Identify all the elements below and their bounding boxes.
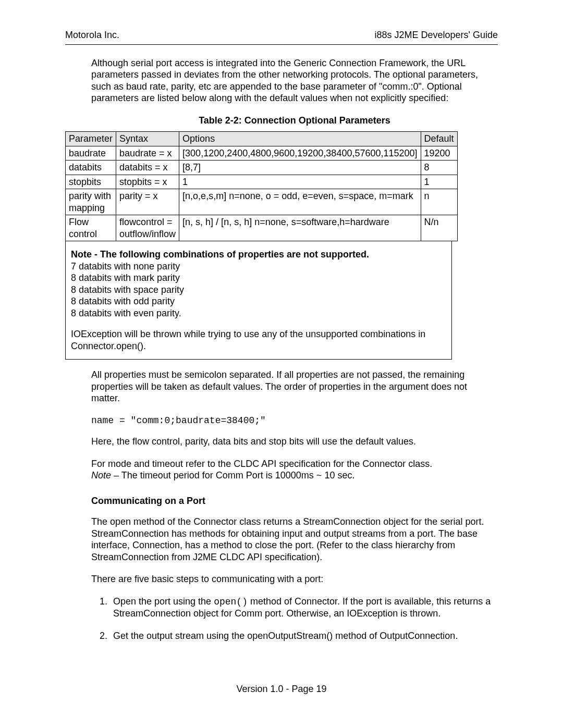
cell-default: N/n: [421, 215, 457, 241]
note-italic: Note: [91, 470, 111, 480]
table-row: stopbits stopbits = x 1 1: [66, 175, 458, 189]
parameters-table: Parameter Syntax Options Default baudrat…: [65, 131, 458, 241]
col-options: Options: [179, 132, 421, 146]
col-syntax: Syntax: [116, 132, 179, 146]
page-header: Motorola Inc. i88s J2ME Developers' Guid…: [65, 29, 498, 41]
cell-default: n: [421, 189, 457, 215]
step-1: Open the port using the open() method of…: [110, 596, 498, 620]
table-row: Flow control flowcontrol = outflow/inflo…: [66, 215, 458, 241]
header-right: i88s J2ME Developers' Guide: [374, 29, 498, 41]
note-line: 8 databits with space parity: [71, 284, 446, 296]
table-row: parity with mapping parity = x [n,o,e,s,…: [66, 189, 458, 215]
header-rule: [65, 44, 498, 45]
step-1-text-a: Open the port using the: [113, 596, 214, 607]
page-footer: Version 1.0 - Page 19: [65, 683, 498, 695]
five-steps-intro: There are five basic steps to communicat…: [91, 573, 498, 585]
section-heading-communicating: Communicating on a Port: [91, 495, 498, 507]
communicating-description: The open method of the Connector class r…: [91, 516, 498, 563]
step-1-code: open(): [214, 597, 248, 607]
cell-default: 19200: [421, 146, 457, 161]
intro-paragraph: Although serial port access is integrate…: [91, 57, 498, 104]
steps-list: Open the port using the open() method of…: [110, 596, 498, 642]
cell-syntax: flowcontrol = outflow/inflow: [116, 215, 179, 241]
header-left: Motorola Inc.: [65, 29, 119, 41]
mode-timeout-paragraph: For mode and timeout refer to the CLDC A…: [91, 458, 498, 482]
note-line: 8 databits with even parity.: [71, 307, 446, 319]
table-row: baudrate baudrate = x [300,1200,2400,480…: [66, 146, 458, 161]
document-page: Motorola Inc. i88s J2ME Developers' Guid…: [0, 0, 563, 728]
note-box: Note - The following combinations of pro…: [65, 241, 452, 360]
cell-param: databits: [66, 161, 116, 175]
cell-param: baudrate: [66, 146, 116, 161]
mode-line: For mode and timeout refer to the CLDC A…: [91, 459, 432, 469]
table-caption: Table 2-2: Connection Optional Parameter…: [91, 115, 498, 127]
cell-options: [n,o,e,s,m] n=none, o = odd, e=even, s=s…: [179, 189, 421, 215]
cell-param: parity with mapping: [66, 189, 116, 215]
note-rest: – The timeout period for Comm Port is 10…: [111, 470, 354, 480]
cell-syntax: baudrate = x: [116, 146, 179, 161]
cell-options: [300,1200,2400,4800,9600,19200,38400,576…: [179, 146, 421, 161]
cell-syntax: parity = x: [116, 189, 179, 215]
cell-default: 8: [421, 161, 457, 175]
code-example: name = "comm:0;baudrate=38400;": [91, 415, 498, 427]
cell-syntax: stopbits = x: [116, 175, 179, 189]
note-line: 8 databits with odd parity: [71, 295, 446, 307]
cell-param: Flow control: [66, 215, 116, 241]
cell-options: 1: [179, 175, 421, 189]
after-table-paragraph: All properties must be semicolon separat…: [91, 369, 498, 404]
cell-default: 1: [421, 175, 457, 189]
note-line: 7 databits with none parity: [71, 261, 446, 273]
step-2: Get the output stream using the openOutp…: [110, 630, 498, 642]
after-code-paragraph: Here, the flow control, parity, data bit…: [91, 436, 498, 448]
note-line: 8 databits with mark parity: [71, 272, 446, 284]
note-title: Note - The following combinations of pro…: [71, 249, 369, 260]
table-row: databits databits = x [8,7] 8: [66, 161, 458, 175]
note-exception: IOException will be thrown while trying …: [71, 328, 446, 352]
cell-options: [n, s, h] / [n, s, h] n=none, s=software…: [179, 215, 421, 241]
cell-param: stopbits: [66, 175, 116, 189]
cell-syntax: databits = x: [116, 161, 179, 175]
table-header-row: Parameter Syntax Options Default: [66, 132, 458, 146]
col-parameter: Parameter: [66, 132, 116, 146]
col-default: Default: [421, 132, 457, 146]
cell-options: [8,7]: [179, 161, 421, 175]
